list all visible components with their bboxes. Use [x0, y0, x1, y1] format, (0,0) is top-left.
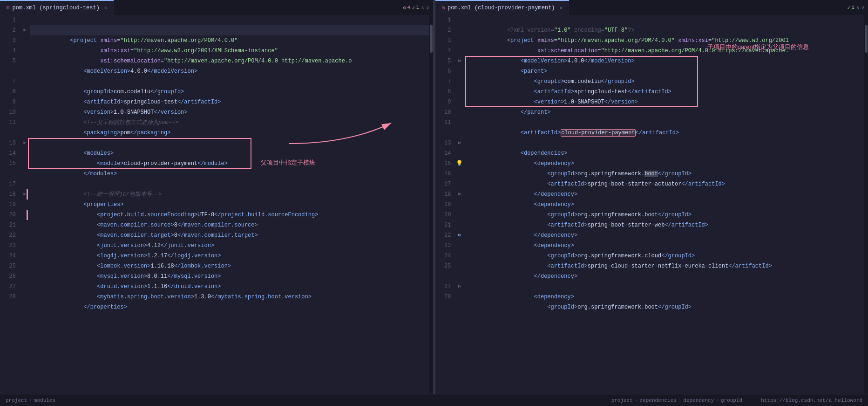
code-line-23: <log4j.version>1.2.17</log4j.version>	[30, 241, 433, 251]
right-line-numbers: 1 2 3 4 5 6 7 8 9 10 11 13 14 15 16 17	[435, 15, 455, 394]
code-line-27: <mybatis.spring.boot.version>1.3.0</myba…	[30, 282, 433, 292]
code-line-8: <artifactId>springcloud-test</artifactId…	[30, 87, 433, 97]
code-line-16	[30, 169, 433, 179]
breadcrumb-project-left[interactable]: project	[6, 398, 27, 403]
left-tab[interactable]: m pom.xml (springcloud-test) ✕	[0, 0, 114, 15]
fold-icon-27r[interactable]: ⊳	[456, 282, 463, 292]
breadcrumb-project-right[interactable]: project	[611, 398, 633, 403]
fold-icon-13r[interactable]: ⊳	[456, 138, 463, 148]
code-line-5: <modelVersion>4.0.0</modelVersion>	[30, 56, 433, 66]
breadcrumb-modules[interactable]: modules	[34, 398, 55, 403]
r-code-line-27: <dependency>	[467, 282, 868, 292]
r-code-line-11: <artifactId>cloud-provider-payment</arti…	[467, 117, 868, 128]
right-tab-actions: ✓ 1 ∧ ∨	[848, 5, 868, 11]
code-line-22: <junit.version>4.12</junit.version>	[30, 230, 433, 241]
fold-icon-2[interactable]: ⊳	[20, 25, 28, 35]
code-line-19: <project.build.sourceEncoding>UTF-8</pro…	[30, 200, 433, 210]
breadcrumb-dependencies[interactable]: dependencies	[639, 398, 676, 403]
code-line-11: <packaging>pom</packaging>	[30, 117, 433, 128]
r-code-line-8: <version>1.0-SNAPSHOT</version>	[467, 87, 868, 97]
right-tab-label: pom.xml (cloud-provider-payment)	[448, 5, 555, 11]
code-line-7: <groupId>com.codeliu</groupId>	[30, 76, 433, 87]
r-code-line-9: </parent>	[467, 97, 868, 107]
r-code-line-7: <artifactId>springcloud-test</artifactId…	[467, 76, 868, 87]
code-line-25: <mysql.version>8.0.11</mysql.version>	[30, 261, 433, 271]
code-line-17: <!--统一管理jar包版本号-->	[30, 179, 433, 189]
nav-down[interactable]: ∨	[426, 5, 429, 11]
breadcrumb-sep-1: ›	[29, 398, 32, 403]
r-code-line-20: <artifactId>spring-boot-starter-web</art…	[467, 210, 868, 220]
code-line-10: <!--父工程的打包方式必须为pom-->	[30, 107, 433, 117]
left-tab-actions: ⊘ 4 ✓ 1 ∧ ∨	[403, 5, 433, 11]
right-tab-icon: m	[442, 5, 445, 11]
r-code-line-13: <dependencies>	[467, 138, 868, 148]
code-line-2: <project xmlns="http://maven.apache.org/…	[30, 25, 433, 35]
right-breadcrumb: project › dependencies › dependency › gr…	[611, 398, 743, 403]
left-tab-close[interactable]: ✕	[104, 5, 107, 11]
fold-icon-13[interactable]: ⊳	[20, 138, 28, 148]
r-code-line-10	[467, 107, 868, 117]
left-scrollbar-thumb[interactable]	[430, 25, 433, 53]
left-tab-icon: m	[7, 5, 10, 11]
code-line-6	[30, 66, 433, 76]
code-line-12	[30, 128, 433, 138]
r-code-line-17: </dependency>	[467, 179, 868, 189]
ok-badge: ✓ 1	[848, 5, 854, 11]
r-code-line-19: <groupId>org.springframework.boot</group…	[467, 200, 868, 210]
r-code-line-18: <dependency>	[467, 189, 868, 200]
code-line-3: xmlns:xsi="http://www.w3.org/2001/XMLSch…	[30, 35, 433, 46]
nav-up-right[interactable]: ∧	[856, 5, 860, 11]
code-line-13: <modules>	[30, 138, 433, 148]
bulb-icon-15[interactable]: 💡	[456, 158, 463, 169]
r-code-line-24: <artifactId>spring-cloud-starter-netflix…	[467, 251, 868, 261]
r-code-line-25: </dependency>	[467, 261, 868, 271]
r-code-line-15: <groupId>org.springframework.boot</group…	[467, 158, 868, 169]
r-code-line-2: <project xmlns="http://maven.apache.org/…	[467, 25, 868, 35]
r-code-line-1: <?xml version="1.0" encoding="UTF-8"?>	[467, 15, 868, 25]
r-code-line-22: <dependency>	[467, 230, 868, 241]
fold-icon-18r[interactable]: ⊳	[456, 189, 463, 200]
left-tab-bar: m pom.xml (springcloud-test) ✕ ⊘ 4 ✓ 1 ∧…	[0, 0, 433, 15]
nav-up[interactable]: ∧	[421, 5, 424, 11]
right-tab[interactable]: m pom.xml (cloud-provider-payment) ✕	[435, 0, 569, 15]
left-editor-pane: m pom.xml (springcloud-test) ✕ ⊘ 4 ✓ 1 ∧…	[0, 0, 434, 394]
right-editor-pane: m pom.xml (cloud-provider-payment) ✕ ✓ 1…	[435, 0, 868, 394]
fold-icon-5r[interactable]: ⊳	[456, 56, 463, 66]
breadcrumb-groupid[interactable]: groupId	[721, 398, 742, 403]
code-line-28: </properties>	[30, 292, 433, 302]
check-icon: ✓	[412, 5, 415, 11]
r-code-line-21: </dependency>	[467, 220, 868, 230]
left-gutter: ⊳ ⊳ ⊳	[20, 15, 28, 394]
warn-badge: ✓ 1	[412, 5, 419, 11]
left-line-numbers: 1 2 3 4 5 7 8 9 10 11 13 14 15 17	[0, 15, 20, 394]
right-tab-close[interactable]: ✕	[560, 5, 563, 11]
code-line-20: <maven.compiler.source>8</maven.compiler…	[30, 210, 433, 220]
r-code-line-12	[467, 128, 868, 138]
code-line-1: <?xml version="1.0" encoding="UTF-8"?>	[30, 15, 433, 25]
refresh-icon-22[interactable]: ↻	[456, 230, 463, 241]
breadcrumb-dependency[interactable]: dependency	[683, 398, 714, 403]
r-code-line-6: <groupId>com.codeliu</groupId>	[467, 66, 868, 76]
nav-down-right[interactable]: ∨	[861, 5, 864, 11]
left-breadcrumb: project › modules	[6, 398, 55, 403]
code-line-24: <lombok.version>1.16.18</lombok.version>	[30, 251, 433, 261]
left-scrollbar[interactable]	[429, 15, 433, 394]
modules-annotation-label: 父项目中指定子模块	[261, 158, 315, 167]
right-scrollbar[interactable]	[864, 15, 868, 394]
check-icon-right: ✓	[848, 5, 851, 11]
left-code-area[interactable]: <?xml version="1.0" encoding="UTF-8"?> <…	[28, 15, 433, 394]
error-badge: ⊘ 4	[403, 5, 410, 11]
code-line-9: <version>1.0-SNAPSHOT</version>	[30, 97, 433, 107]
r-code-line-28: <groupId>org.springframework.boot</group…	[467, 292, 868, 302]
r-code-line-5: <parent>	[467, 56, 868, 66]
code-line-4: xsi:schemaLocation="http://maven.apache.…	[30, 46, 433, 56]
code-line-26: <druid.version>1.1.16</druid.version>	[30, 271, 433, 282]
parent-annotation-label: 子项目中的parent指定为父项目的信息	[707, 43, 809, 51]
right-code-area[interactable]: <?xml version="1.0" encoding="UTF-8"?> <…	[465, 15, 868, 394]
code-line-14: <module>cloud-provider-payment</module>	[30, 148, 433, 158]
right-scrollbar-thumb[interactable]	[865, 25, 868, 53]
code-line-18: <properties>	[30, 189, 433, 200]
code-line-21: <maven.compiler.target>8</maven.compiler…	[30, 220, 433, 230]
code-line-15: </modules>	[30, 158, 433, 169]
right-editor-body: 1 2 3 4 5 6 7 8 9 10 11 13 14 15 16 17	[435, 15, 868, 394]
